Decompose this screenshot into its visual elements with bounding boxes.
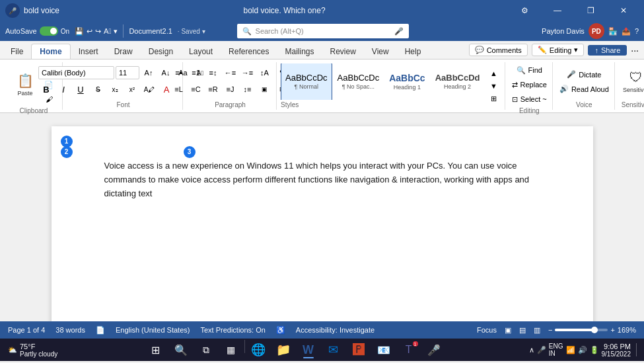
text-predictions[interactable]: Text Predictions: On <box>200 326 265 334</box>
teams-app[interactable]: T 1 <box>397 340 421 360</box>
style-normal[interactable]: AaBbCcDc ¶ Normal <box>281 63 332 100</box>
superscript-button[interactable]: x² <box>124 83 140 96</box>
replace-button[interactable]: ⇄ Replace <box>512 78 547 91</box>
tab-file[interactable]: File <box>3 44 31 59</box>
strikethrough-button[interactable]: S̶ <box>90 83 106 96</box>
focus-button[interactable]: Focus <box>477 326 497 334</box>
style-h1-text: AaBbCc <box>389 73 425 83</box>
zoom-in-icon[interactable]: + <box>610 326 614 334</box>
read-aloud-button[interactable]: 🔊 Read Aloud <box>559 83 609 96</box>
font-size-input[interactable] <box>116 66 139 79</box>
align-right-button[interactable]: ≡R <box>205 83 221 96</box>
bold-button[interactable]: B <box>38 83 54 96</box>
editing-button[interactable]: ✏️ Editing ▾ <box>532 44 585 56</box>
increase-indent-button[interactable]: →≡ <box>240 66 256 79</box>
page[interactable]: 1 2 3 Voice access is a new experience o… <box>52 126 593 321</box>
line-spacing-button[interactable]: ↕≡ <box>240 83 256 96</box>
comments-button[interactable]: 💬 Comments <box>469 44 528 56</box>
tab-help[interactable]: Help <box>397 44 429 59</box>
search-bar[interactable]: 🔍 Search (Alt+Q) 🎤 <box>237 24 409 38</box>
layout-icon2[interactable]: ▤ <box>519 326 526 335</box>
share-icon[interactable]: 📤 <box>622 27 631 36</box>
document-content[interactable]: Voice access is a new experience on Wind… <box>104 159 540 200</box>
zoom-fill <box>555 329 594 331</box>
wifi-icon[interactable]: 📶 <box>566 346 575 354</box>
zoom-thumb[interactable] <box>591 327 598 333</box>
layout-icon1[interactable]: ▣ <box>505 326 511 335</box>
bullet-list-button[interactable]: ≡• <box>171 66 187 79</box>
explorer-app[interactable]: 📁 <box>271 340 295 360</box>
settings-button[interactable]: ⚙ <box>509 0 540 21</box>
tab-view[interactable]: View <box>364 44 397 59</box>
down-arrow-icon[interactable]: ▾ <box>114 27 118 36</box>
shading-button[interactable]: ▣ <box>257 83 273 96</box>
increase-font-button[interactable]: A↑ <box>141 66 157 79</box>
align-center-button[interactable]: ≡C <box>188 83 204 96</box>
accessibility[interactable]: Accessibility: Investigate <box>296 326 375 334</box>
minimize-button[interactable]: — <box>542 0 573 21</box>
format-icon[interactable]: A⃣ <box>104 27 111 35</box>
tab-home[interactable]: Home <box>31 44 70 59</box>
overflow-icon[interactable]: ··· <box>631 45 639 56</box>
align-left-button[interactable]: ≡L <box>171 83 187 96</box>
word-app[interactable]: W <box>297 340 320 360</box>
mail-app[interactable]: 📧 <box>372 340 396 360</box>
style-heading2[interactable]: AaBbCcDd Heading 2 <box>431 63 485 100</box>
tab-insert[interactable]: Insert <box>71 44 106 59</box>
tab-review[interactable]: Review <box>322 44 364 59</box>
layout-icon3[interactable]: ▥ <box>534 326 540 335</box>
select-button[interactable]: ⊡ Select ~ <box>512 93 547 106</box>
share-button[interactable]: ↑ Share <box>588 45 627 56</box>
underline-button[interactable]: U <box>73 83 89 96</box>
widgets-button[interactable]: ▦ <box>219 340 243 360</box>
outlook-app[interactable]: ✉ <box>322 340 345 360</box>
dictate-button[interactable]: 🎤 Dictate <box>559 68 609 81</box>
style-heading1[interactable]: AaBbCc Heading 1 <box>384 63 429 100</box>
undo-icon[interactable]: ↩ <box>87 27 92 36</box>
speaker-icon[interactable]: 🔊 <box>578 346 587 354</box>
close-button[interactable]: ✕ <box>608 0 639 21</box>
voice-app[interactable]: 🎤 <box>422 340 446 360</box>
search-button[interactable]: 🔍 <box>169 340 193 360</box>
zoom-out-icon[interactable]: − <box>548 326 552 334</box>
chevron-up-icon[interactable]: ∧ <box>529 346 534 354</box>
styles-scroll-up[interactable]: ▲ <box>486 67 502 79</box>
style-no-spacing[interactable]: AaBbCcDc ¶ No Spac... <box>333 63 384 100</box>
autosave-toggle[interactable] <box>40 26 58 36</box>
edge-app[interactable]: 🌐 <box>246 340 270 360</box>
tab-layout[interactable]: Layout <box>181 44 221 59</box>
styles-expand[interactable]: ⊞ <box>486 93 502 105</box>
number-list-button[interactable]: ≡1 <box>188 66 204 79</box>
multilevel-list-button[interactable]: ≡↕ <box>205 66 221 79</box>
user-avatar[interactable]: PD <box>589 23 604 39</box>
restore-button[interactable]: ❐ <box>575 0 606 21</box>
save-icon[interactable]: 💾 <box>75 27 84 36</box>
decrease-indent-button[interactable]: ←≡ <box>223 66 238 79</box>
powerpoint-app[interactable]: 🅿 <box>347 340 371 360</box>
italic-button[interactable]: I <box>55 83 71 96</box>
tab-references[interactable]: References <box>221 44 277 59</box>
paste-button[interactable]: 📋 Paste <box>11 67 40 102</box>
mic-taskbar-icon[interactable]: 🎤 <box>537 346 546 354</box>
highlight-button[interactable]: A🖍 <box>141 83 157 96</box>
tab-mailings[interactable]: Mailings <box>277 44 322 59</box>
styles-scroll-down[interactable]: ▼ <box>486 79 502 92</box>
justify-button[interactable]: ≡J <box>223 83 238 96</box>
help-icon[interactable]: ? <box>635 27 639 35</box>
zoom-level[interactable]: 169% <box>618 326 636 334</box>
store-icon[interactable]: 🏪 <box>608 27 618 36</box>
zoom-track[interactable] <box>555 329 608 331</box>
sensitivity-button[interactable]: 🛡 Sensitivity <box>622 63 644 99</box>
show-desktop-icon[interactable] <box>636 343 639 356</box>
subscript-button[interactable]: x₂ <box>107 83 123 96</box>
sort-button[interactable]: ↕A <box>257 66 273 79</box>
taskbar-time[interactable]: 9:06 PM 9/15/2022 <box>602 343 631 358</box>
start-button[interactable]: ⊞ <box>144 340 168 360</box>
redo-icon[interactable]: ↪ <box>95 27 101 36</box>
font-name-input[interactable] <box>38 66 114 79</box>
task-view-button[interactable]: ⧉ <box>194 340 218 360</box>
tab-design[interactable]: Design <box>141 44 181 59</box>
find-button[interactable]: 🔍 Find <box>512 63 547 77</box>
language[interactable]: English (United States) <box>116 326 190 334</box>
tab-draw[interactable]: Draw <box>106 44 141 59</box>
